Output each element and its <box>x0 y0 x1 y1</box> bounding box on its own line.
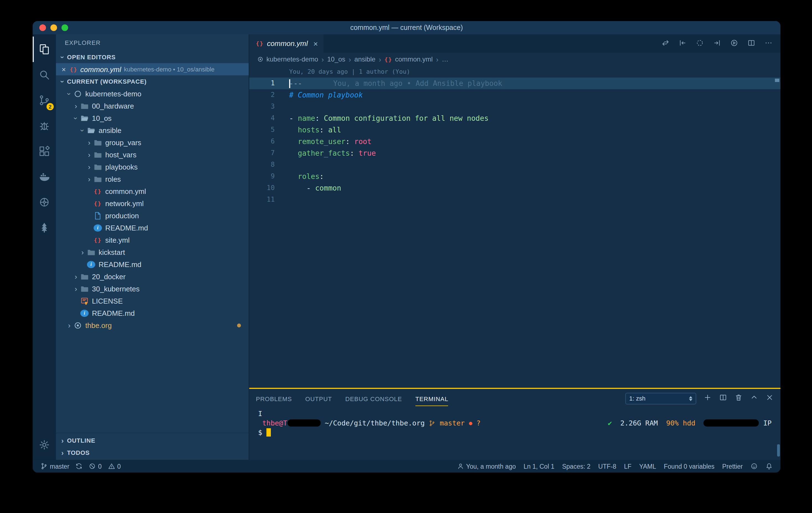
status-item-found-0-variables[interactable]: Found 0 variables <box>664 463 715 469</box>
tree-item-network-yml[interactable]: ›{}network.yml <box>56 197 249 209</box>
code-line-1[interactable]: 1---You, a month ago • Add Ansible playb… <box>249 78 780 89</box>
tree-item-30-kubernetes[interactable]: ›30_kubernetes <box>56 283 249 295</box>
line-number: 1 <box>249 78 283 89</box>
close-window-button[interactable] <box>39 24 46 31</box>
close-panel-icon[interactable] <box>765 393 774 403</box>
tree-item-20-docker[interactable]: ›20_docker <box>56 270 249 283</box>
tree-item-thbe-org[interactable]: ›thbe.org <box>56 319 249 331</box>
close-icon[interactable]: × <box>60 65 67 74</box>
debug-icon[interactable] <box>33 113 56 139</box>
kill-terminal-icon[interactable] <box>734 393 743 403</box>
settings-gear-icon[interactable] <box>33 432 56 458</box>
shell-select-value: 1: zsh <box>629 395 645 402</box>
breadcrumb-item-ansible[interactable]: ansible <box>354 55 376 63</box>
code-line-2[interactable]: 2# Common playbook <box>249 89 780 101</box>
workspace-section-header[interactable]: › CURRENT (WORKSPACE) <box>56 75 249 88</box>
tree-item-production[interactable]: ›production <box>56 209 249 222</box>
sync-icon <box>75 463 83 470</box>
previous-change-icon[interactable] <box>678 38 687 49</box>
split-terminal-icon[interactable] <box>719 393 727 403</box>
minimize-window-button[interactable] <box>50 24 57 31</box>
status-item-lf[interactable]: LF <box>624 463 632 469</box>
explorer-icon[interactable] <box>33 36 56 62</box>
docker-icon[interactable] <box>33 164 56 190</box>
tree-item-common-yml[interactable]: ›{}common.yml <box>56 185 249 197</box>
open-changes-icon[interactable] <box>661 38 670 49</box>
panel-tab-terminal[interactable]: TERMINAL <box>415 391 448 406</box>
status-item-prettier[interactable]: Prettier <box>722 463 743 469</box>
code-line-6[interactable]: 6 remote_user: root <box>249 136 780 147</box>
tree-item-host-vars[interactable]: ›host_vars <box>56 148 249 161</box>
tree-item-site-yml[interactable]: ›{}site.yml <box>56 234 249 246</box>
breadcrumb-item-10-os[interactable]: 10_os <box>327 55 345 63</box>
tree-item-roles[interactable]: ›roles <box>56 173 249 185</box>
open-editors-header[interactable]: › OPEN EDITORS <box>56 51 249 63</box>
breadcrumb-item-item[interactable]: … <box>442 55 448 63</box>
code-line-10[interactable]: 10 - common <box>249 182 780 194</box>
tree-item-readme-md[interactable]: ›iREADME.md <box>56 222 249 234</box>
editor-area[interactable]: You, 20 days ago | 1 author (You) 1---Yo… <box>249 66 780 388</box>
breadcrumb-item-common-yml[interactable]: {}common.yml <box>384 55 433 63</box>
status-item-master[interactable]: master <box>40 463 69 470</box>
status-item-ln-1-col-1[interactable]: Ln 1, Col 1 <box>523 463 554 469</box>
section-todos[interactable]: ›TODOS <box>56 447 249 459</box>
panel-tab-debug-console[interactable]: DEBUG CONSOLE <box>345 391 402 406</box>
status-item-feedback-smiley-icon[interactable] <box>751 463 758 470</box>
split-editor-icon[interactable] <box>747 38 755 49</box>
status-item-yaml[interactable]: YAML <box>639 463 656 469</box>
chevron-down-icon: › <box>72 114 80 122</box>
terminal-shell-select[interactable]: 1: zsh <box>625 393 696 404</box>
zoom-window-button[interactable] <box>61 24 68 31</box>
tree-item-kubernetes-demo[interactable]: ›kubernetes-demo <box>56 88 249 100</box>
source-control-icon[interactable]: 2 <box>33 88 56 113</box>
tree-item-group-vars[interactable]: ›group_vars <box>56 136 249 148</box>
code-line-7[interactable]: 7 gather_facts: true <box>249 147 780 159</box>
extensions-icon[interactable] <box>33 139 56 164</box>
maximize-panel-icon[interactable] <box>750 393 758 403</box>
status-item-0[interactable]: 0 <box>89 463 102 470</box>
terminal-text <box>258 418 262 428</box>
tree-item-playbooks[interactable]: ›playbooks <box>56 161 249 173</box>
next-change-icon[interactable] <box>713 38 721 49</box>
tree-item-ansible[interactable]: ›ansible <box>56 124 249 136</box>
open-editor-item-common-yml[interactable]: × {} common.yml kubernetes-demo • 10_os/… <box>56 63 249 75</box>
panel-tab-output[interactable]: OUTPUT <box>305 391 332 406</box>
tree-item-license[interactable]: ›LICENSE <box>56 295 249 307</box>
section-outline[interactable]: ›OUTLINE <box>56 434 249 447</box>
status-item-sync-icon[interactable] <box>75 463 83 470</box>
gitlens-authors-lens[interactable]: You, 20 days ago | 1 author (You) <box>249 66 780 78</box>
code-line-5[interactable]: 5 hosts: all <box>249 124 780 136</box>
kubernetes-icon[interactable] <box>33 190 56 215</box>
code-token: hosts <box>298 126 319 134</box>
code-line-11[interactable]: 11 <box>249 194 780 205</box>
gitlens-annotate-icon[interactable] <box>696 38 704 49</box>
status-item-you-a-month-ago[interactable]: You, a month ago <box>457 463 516 470</box>
tree-item-00-hardware[interactable]: ›00_hardware <box>56 100 249 112</box>
status-item-spaces-2[interactable]: Spaces: 2 <box>562 463 590 469</box>
close-icon[interactable]: × <box>313 39 318 48</box>
panel-tab-problems[interactable]: PROBLEMS <box>256 391 292 406</box>
code-line-9[interactable]: 9 roles: <box>249 171 780 182</box>
run-icon[interactable] <box>730 38 738 49</box>
breadcrumb-separator: › <box>349 55 351 63</box>
chevron-down-icon: › <box>58 77 67 86</box>
search-icon[interactable] <box>33 62 56 88</box>
tree-item-10-os[interactable]: ›10_os <box>56 112 249 124</box>
tree-item-readme-md[interactable]: ›iREADME.md <box>56 307 249 319</box>
code-line-4[interactable]: 4- name: Common configuration for all ne… <box>249 112 780 124</box>
tab-common-yml[interactable]: {} common.yml × <box>249 34 323 53</box>
status-item-bell-icon[interactable] <box>765 463 773 470</box>
code-line-8[interactable]: 8 <box>249 159 780 171</box>
new-terminal-icon[interactable] <box>703 393 712 403</box>
title-bar[interactable]: common.yml — current (Workspace) <box>33 21 780 34</box>
tree-item-readme-md[interactable]: ›iREADME.md <box>56 258 249 270</box>
breadcrumb-item-kubernetes-demo[interactable]: kubernetes-demo <box>257 55 318 63</box>
status-item-utf-8[interactable]: UTF-8 <box>598 463 616 469</box>
more-actions-icon[interactable] <box>764 38 773 49</box>
code-line-3[interactable]: 3 <box>249 101 780 112</box>
scrollbar-thumb[interactable] <box>777 444 780 456</box>
terminal[interactable]: I thbe@T ~/Code/git/thbe/thbe.org master… <box>249 408 780 460</box>
todo-tree-icon[interactable] <box>33 215 56 240</box>
status-item-0[interactable]: 0 <box>108 463 121 470</box>
tree-item-kickstart[interactable]: ›kickstart <box>56 246 249 258</box>
